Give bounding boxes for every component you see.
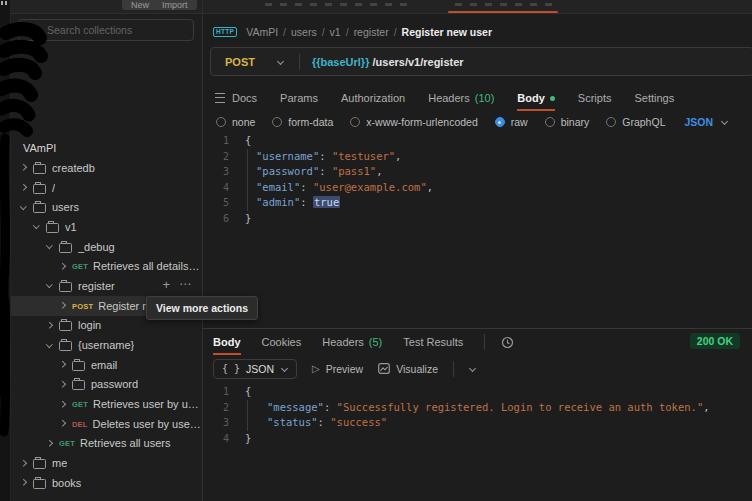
chevron-right-icon[interactable]: [18, 458, 28, 468]
divider: [453, 361, 454, 377]
body-mode-row: noneform-datax-www-form-urlencodedrawbin…: [203, 114, 752, 130]
tooltip: View more actions: [146, 296, 258, 320]
body-mode-none[interactable]: none: [216, 116, 255, 128]
body-language-dropdown[interactable]: JSON: [684, 116, 728, 128]
tree-item-register[interactable]: register+⋯: [10, 276, 202, 296]
request-body-editor[interactable]: 1{2"username": "testuser",3"password": "…: [203, 133, 752, 323]
chevron-right-icon[interactable]: [44, 438, 54, 448]
search-input[interactable]: [45, 23, 185, 37]
tree-item-get-all-users[interactable]: GETRetrieves all users: [10, 434, 202, 454]
tree-item-users[interactable]: users: [10, 197, 202, 217]
tree-item-del-user-by-username[interactable]: DELDeletes user by username (...: [10, 414, 202, 434]
breadcrumb-segment[interactable]: register: [354, 26, 389, 38]
line-number: 3: [203, 164, 229, 180]
breadcrumb-segment[interactable]: v1: [330, 26, 341, 38]
breadcrumb-segment[interactable]: users: [291, 26, 317, 38]
play-icon: ▷: [312, 363, 320, 374]
tree-item-password[interactable]: password: [10, 375, 202, 395]
tree-item-get-all-details[interactable]: GETRetrieves all details for all us...: [10, 256, 202, 276]
tree-item-books[interactable]: books: [10, 473, 202, 493]
response-body-viewer[interactable]: 1{2"message": "Successfully registered. …: [203, 384, 752, 501]
tree-item-createdb[interactable]: createdb: [10, 158, 202, 178]
code-token: "email": [256, 181, 300, 193]
code-line-content: "status": "success": [229, 415, 387, 431]
import-button[interactable]: Import: [153, 0, 197, 10]
tab-label: Docs: [232, 92, 257, 104]
body-mode-graphql[interactable]: GraphQL: [606, 116, 665, 128]
request-tab-authorization[interactable]: Authorization: [341, 85, 405, 111]
breadcrumb-segment[interactable]: VAmPI: [246, 26, 278, 38]
tree-item-label: /: [52, 182, 55, 194]
more-actions-icon[interactable]: ⋯: [179, 277, 192, 291]
body-mode-x-www-form-urlencoded[interactable]: x-www-form-urlencoded: [350, 116, 477, 128]
response-tab-test-results[interactable]: Test Results: [403, 329, 463, 355]
chevron-right-icon[interactable]: [18, 163, 28, 173]
response-format-dropdown[interactable]: { } JSON: [213, 359, 297, 379]
collection-name[interactable]: VAmPI: [10, 139, 202, 158]
chevron-right-icon[interactable]: [18, 478, 28, 488]
history-icon[interactable]: [501, 336, 514, 349]
body-mode-raw[interactable]: raw: [495, 116, 528, 128]
response-tab-cookies[interactable]: Cookies: [262, 329, 302, 355]
tree-item-root[interactable]: /: [10, 178, 202, 198]
chevron-right-icon[interactable]: [57, 360, 67, 370]
tree-item-get-user-by-username[interactable]: GETRetrieves user by username: [10, 394, 202, 414]
tree-item-debug[interactable]: _debug: [10, 237, 202, 257]
preview-button[interactable]: ▷ Preview: [312, 363, 363, 375]
tree-item-v1[interactable]: v1: [10, 217, 202, 237]
indent-guide: [247, 149, 256, 165]
chevron-right-icon[interactable]: [57, 301, 67, 311]
app-header: New Import: [10, 0, 752, 14]
request-tab-headers[interactable]: Headers(10): [428, 85, 494, 111]
tree-item-me[interactable]: me: [10, 453, 202, 473]
chevron-right-icon[interactable]: [44, 320, 54, 330]
body-mode-form-data[interactable]: form-data: [272, 116, 333, 128]
request-tab-body[interactable]: Body: [517, 85, 555, 111]
body-mode-binary[interactable]: binary: [545, 116, 590, 128]
request-tab-scripts[interactable]: Scripts: [578, 85, 612, 111]
chevron-down-icon[interactable]: [18, 202, 28, 212]
more-options-chevron-icon[interactable]: [469, 365, 477, 373]
radio-icon: [272, 117, 282, 127]
body-mode-label: none: [232, 116, 255, 128]
chevron-down-icon[interactable]: [44, 242, 54, 252]
tab-label: Test Results: [403, 336, 463, 348]
add-request-icon[interactable]: +: [162, 277, 170, 292]
tree-item-username[interactable]: {username}: [10, 335, 202, 355]
tab-count: (10): [475, 92, 495, 104]
visualize-button[interactable]: Visualize: [378, 363, 438, 375]
code-token: "Successfully registered. Login to recei…: [337, 401, 704, 413]
code-line-content: "admin": true: [229, 195, 340, 211]
body-mode-label: GraphQL: [622, 116, 665, 128]
method-selector[interactable]: POST: [211, 56, 299, 68]
response-tab-body[interactable]: Body: [213, 329, 241, 355]
method-label: POST: [225, 56, 255, 68]
tab-label: Body: [213, 336, 241, 348]
search-collections-box[interactable]: [18, 19, 194, 41]
breadcrumb-segment[interactable]: Register new user: [402, 26, 492, 38]
chevron-right-icon[interactable]: [57, 379, 67, 389]
chevron-right-icon[interactable]: [57, 399, 67, 409]
window-tab-strip[interactable]: [202, 0, 752, 13]
folder-icon: [33, 459, 46, 469]
chevron-down-icon[interactable]: [31, 222, 41, 232]
chevron-right-icon[interactable]: [18, 183, 28, 193]
line-number: 4: [203, 180, 229, 196]
response-tab-list: BodyCookiesHeaders(5)Test Results: [213, 329, 463, 355]
url-input[interactable]: {{baseUrl}} /users/v1/register: [312, 56, 464, 68]
response-tab-headers[interactable]: Headers(5): [322, 329, 382, 355]
unsaved-changes-dot: [550, 96, 555, 101]
chevron-right-icon[interactable]: [57, 261, 67, 271]
tab-label: Params: [280, 92, 318, 104]
code-token: "success": [330, 416, 387, 428]
request-tab-docs[interactable]: Docs: [215, 85, 257, 111]
chevron-down-icon[interactable]: [44, 281, 54, 291]
tree-item-label: Retrieves all users: [80, 437, 170, 449]
radio-icon: [545, 117, 555, 127]
breadcrumb-separator: /: [322, 26, 325, 38]
chevron-right-icon[interactable]: [57, 419, 67, 429]
chevron-down-icon[interactable]: [44, 340, 54, 350]
tree-item-email[interactable]: email: [10, 355, 202, 375]
request-tab-params[interactable]: Params: [280, 85, 318, 111]
request-tab-settings[interactable]: Settings: [634, 85, 674, 111]
